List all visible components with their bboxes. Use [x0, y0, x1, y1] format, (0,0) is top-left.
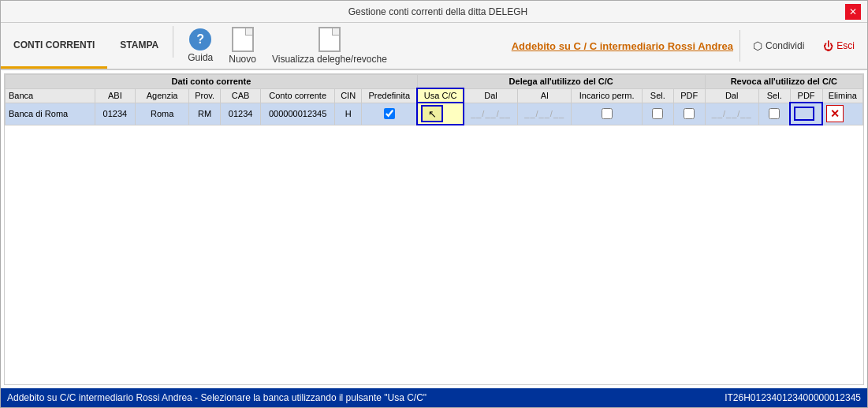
col-header-dal-delega: Dal — [464, 88, 518, 103]
table-body: Banca di Roma 01234 Roma RM 01234 000000… — [6, 103, 863, 125]
cell-usa-cc[interactable]: ↖ — [417, 103, 464, 125]
esci-button[interactable]: ⏻ Esci — [817, 37, 861, 55]
addebito-header-text: Addebito su C / C intermediario Rossi An… — [512, 40, 733, 52]
group-delega: Delega all'utilizzo del C/C — [417, 75, 705, 89]
cell-elimina[interactable]: ✕ — [822, 103, 862, 125]
cell-dal-revoca[interactable]: __/__/__ — [705, 103, 758, 125]
cell-sel-delega[interactable] — [642, 103, 673, 125]
cell-cin: H — [335, 103, 362, 125]
col-header-abi: ABI — [95, 88, 135, 103]
close-button[interactable]: ✕ — [845, 4, 861, 20]
cell-predefinita[interactable] — [362, 103, 418, 125]
tabs: CONTI CORRENTI STAMPA — [1, 23, 171, 69]
column-header-row: Banca ABI Agenzia Prov. CAB Conto corren… — [6, 88, 863, 103]
col-header-elimina: Elimina — [822, 88, 862, 103]
cell-sel-revoca[interactable] — [758, 103, 790, 125]
usa-cc-button[interactable]: ↖ — [421, 105, 443, 122]
col-header-dal-revoca: Dal — [705, 88, 758, 103]
info-section: Addebito su C / C intermediario Rossi An… — [400, 23, 739, 69]
col-header-predefinita: Predefinita — [362, 88, 418, 103]
col-header-conto: Conto corrente — [261, 88, 335, 103]
col-header-cab: CAB — [221, 88, 261, 103]
doc-new-icon — [232, 27, 254, 52]
status-right: IT26H012340123400000012345 — [725, 392, 861, 403]
toolbar-right: ⬡ Condividi ⏻ Esci — [739, 23, 867, 69]
tab-stampa[interactable]: STAMPA — [107, 23, 171, 69]
nuovo-button[interactable]: Nuovo — [222, 24, 263, 68]
cell-pdf-revoca — [790, 103, 822, 125]
group-dati-conto: Dati conto corrente — [6, 75, 418, 89]
pdf-delega-checkbox[interactable] — [684, 108, 695, 119]
window-title: Gestione conti correnti della ditta DELE… — [31, 6, 845, 17]
status-left: Addebito su C/C intermediario Rossi Andr… — [7, 392, 427, 403]
cell-cab: 01234 — [221, 103, 261, 125]
incarico-checkbox[interactable] — [602, 108, 613, 119]
toolbar: CONTI CORRENTI STAMPA ? Guida Nuovo — [1, 23, 867, 70]
condividi-button[interactable]: ⬡ Condividi — [747, 36, 810, 55]
col-header-agenzia: Agenzia — [135, 88, 188, 103]
group-revoca: Revoca all'utilizzo del C/C — [705, 75, 862, 89]
main-window: Gestione conti correnti della ditta DELE… — [0, 0, 868, 408]
col-header-cin: CIN — [335, 88, 362, 103]
col-header-pdf-delega: PDF — [673, 88, 705, 103]
col-header-al-delega: Al — [518, 88, 572, 103]
title-bar: Gestione conti correnti della ditta DELE… — [1, 1, 867, 23]
table-row: Banca di Roma 01234 Roma RM 01234 000000… — [6, 103, 863, 125]
elimina-button[interactable]: ✕ — [826, 105, 844, 122]
col-header-banca: Banca — [6, 88, 95, 103]
visualizza-button[interactable]: Visualizza deleghe/revoche — [266, 24, 393, 68]
guida-button[interactable]: ? Guida — [181, 25, 219, 66]
col-header-prov: Prov. — [189, 88, 221, 103]
col-header-sel-revoca: Sel. — [758, 88, 790, 103]
col-header-usa: Usa C/C — [417, 88, 464, 103]
sel-delega-checkbox[interactable] — [652, 108, 663, 119]
table-container: Dati conto corrente Delega all'utilizzo … — [4, 73, 864, 385]
col-header-pdf-revoca: PDF — [790, 88, 822, 103]
doc-view-icon — [319, 27, 341, 52]
separator-1 — [173, 26, 173, 58]
status-bar: Addebito su C/C intermediario Rossi Andr… — [1, 388, 867, 407]
cell-banca: Banca di Roma — [6, 103, 95, 125]
share-icon: ⬡ — [753, 39, 762, 52]
toolbar-buttons: ? Guida Nuovo Visualizza deleghe/revoche — [175, 23, 400, 69]
delete-icon: ✕ — [830, 107, 840, 120]
cursor-icon: ↖ — [428, 108, 437, 120]
cell-agenzia: Roma — [135, 103, 188, 125]
cell-pdf-delega[interactable] — [673, 103, 705, 125]
separator-2 — [739, 30, 740, 62]
content-area: Dati conto corrente Delega all'utilizzo … — [1, 70, 867, 388]
exit-icon: ⏻ — [823, 40, 833, 52]
cell-conto: 000000012345 — [261, 103, 335, 125]
group-header-row: Dati conto corrente Delega all'utilizzo … — [6, 75, 863, 89]
cell-dal-delega[interactable]: __/__/__ — [464, 103, 518, 125]
cell-abi: 01234 — [95, 103, 135, 125]
sel-revoca-checkbox[interactable] — [769, 108, 780, 119]
cell-al-delega[interactable]: __/__/__ — [518, 103, 572, 125]
cell-incarico[interactable] — [572, 103, 643, 125]
cell-prov: RM — [189, 103, 221, 125]
data-table: Dati conto corrente Delega all'utilizzo … — [5, 74, 863, 125]
question-icon: ? — [189, 28, 211, 51]
predefinita-checkbox[interactable] — [384, 108, 395, 119]
col-header-sel-delega: Sel. — [642, 88, 673, 103]
col-header-incarico: Incarico perm. — [572, 88, 643, 103]
tab-conti-correnti[interactable]: CONTI CORRENTI — [1, 23, 107, 69]
